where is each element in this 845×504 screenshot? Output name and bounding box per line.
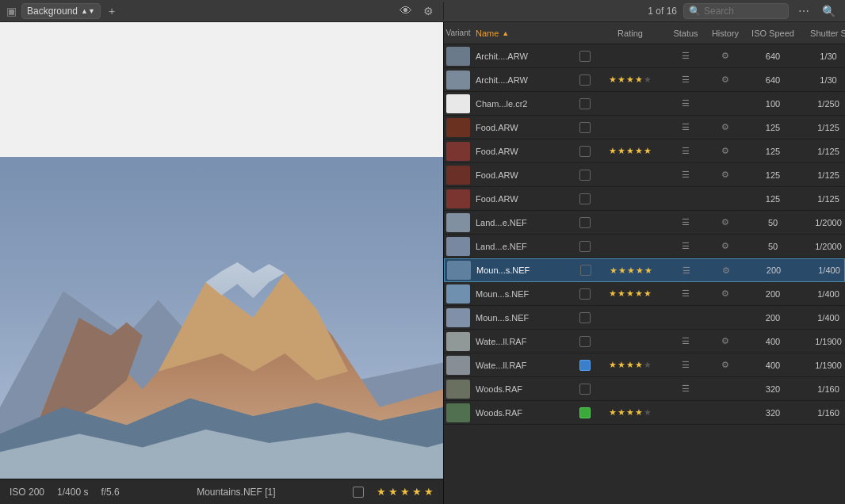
table-row[interactable]: Cham...le.cr2 ☰ 100 1/250: [444, 92, 845, 116]
rating-cell[interactable]: ★★★★★: [595, 288, 666, 299]
table-row[interactable]: Food.ARW ☰ ⚙ 125 1/125: [444, 116, 845, 139]
table-row[interactable]: Moun...s.NEF ★★★★★ ☰ ⚙ 200 1/400: [444, 282, 845, 306]
rating-stars[interactable]: ★★★★★: [595, 407, 666, 418]
thumb-cell: [444, 284, 472, 304]
rating-stars[interactable]: ★★★★★: [595, 146, 666, 156]
background-dropdown[interactable]: Background ▲▼: [21, 3, 101, 19]
rating-stars[interactable]: ★★★★★: [595, 288, 666, 299]
thumb-cell: [444, 356, 472, 375]
background-label: Background: [27, 6, 78, 17]
history-cell: ⚙: [705, 336, 745, 346]
check-cell[interactable]: [575, 146, 595, 157]
col-name-header[interactable]: Name ▲: [472, 29, 575, 38]
color-label[interactable]: [579, 407, 591, 418]
filter-icon[interactable]: 🔍: [819, 3, 839, 19]
thumbnail: [446, 94, 470, 113]
color-label[interactable]: [579, 288, 591, 300]
history-icon: ⚙: [721, 170, 729, 179]
color-label[interactable]: [579, 170, 591, 181]
check-cell[interactable]: [575, 384, 595, 395]
color-label[interactable]: [579, 51, 591, 62]
table-row[interactable]: Food.ARW ☰ ⚙ 125 1/125: [444, 163, 845, 187]
thumbnail: [446, 237, 470, 256]
table-row[interactable]: Wate...ll.RAF ★★★★★ ☰ ⚙ 400 1/1900: [444, 353, 845, 377]
check-cell[interactable]: [575, 122, 595, 133]
table-row[interactable]: Food.ARW 125 1/125: [444, 187, 845, 211]
check-cell[interactable]: [575, 74, 595, 86]
rating-cell[interactable]: ★★★★★: [595, 407, 666, 418]
check-cell[interactable]: [575, 407, 595, 418]
table-row[interactable]: Land...e.NEF ☰ ⚙ 50 1/2000: [444, 211, 845, 235]
history-icon: ⚙: [721, 146, 729, 155]
history-icon: ⚙: [721, 122, 729, 132]
rating-cell[interactable]: ★★★★★: [595, 146, 666, 156]
color-label[interactable]: [579, 146, 591, 157]
add-button[interactable]: +: [105, 3, 118, 19]
adjustments-icon[interactable]: ⚙: [420, 3, 437, 19]
iso-cell: 400: [745, 361, 801, 370]
col-history-header[interactable]: History: [705, 29, 745, 38]
compare-icon[interactable]: 👁: [396, 2, 415, 20]
search-input[interactable]: [704, 6, 783, 17]
status-icon: ☰: [682, 360, 690, 369]
rating-stars[interactable]: ★★★★★: [595, 74, 666, 85]
check-cell[interactable]: [575, 360, 595, 371]
reject-checkbox[interactable]: [353, 487, 364, 498]
color-label[interactable]: [579, 217, 591, 228]
status-cell: ☰: [666, 146, 705, 156]
col-iso-header[interactable]: ISO Speed: [745, 29, 801, 38]
color-label[interactable]: [579, 241, 591, 252]
iso-value: ISO 200: [10, 487, 44, 498]
table-row[interactable]: Woods.RAF ★★★★★ 320 1/160: [444, 401, 845, 425]
check-cell[interactable]: [575, 241, 595, 252]
rating-cell[interactable]: ★★★★★: [595, 74, 666, 85]
filename-text: Wate...ll.RAF: [476, 361, 526, 370]
color-label[interactable]: [579, 336, 591, 347]
history-icon: ⚙: [721, 360, 729, 369]
check-cell[interactable]: [575, 288, 595, 300]
table-row[interactable]: Moun...s.NEF 200 1/400: [444, 306, 845, 330]
rating-stars[interactable]: ★★★★★: [595, 360, 666, 370]
thumbnail: [446, 47, 470, 66]
table-row[interactable]: Moun...s.NEF ★★★★★ ☰ ⚙ 200 1/400: [444, 258, 845, 282]
name-cell: Land...e.NEF: [472, 218, 575, 227]
rating-cell[interactable]: ★★★★★: [595, 265, 667, 276]
rating-cell[interactable]: ★★★★★: [595, 360, 666, 370]
col-rating-header[interactable]: Rating: [595, 29, 666, 38]
col-shutter-header[interactable]: Shutter S: [801, 29, 845, 38]
check-cell[interactable]: [575, 193, 595, 204]
check-cell[interactable]: [575, 170, 595, 181]
check-cell[interactable]: [575, 217, 595, 228]
search-box[interactable]: 🔍: [683, 3, 789, 19]
history-icon: ⚙: [722, 265, 730, 275]
color-label[interactable]: [579, 193, 591, 204]
check-cell[interactable]: [575, 51, 595, 62]
filename-text: Moun...s.NEF: [476, 289, 529, 299]
rating-stars[interactable]: ★★★★★: [595, 265, 667, 276]
color-label[interactable]: [579, 74, 591, 86]
history-cell: ⚙: [705, 241, 745, 251]
check-cell[interactable]: [576, 265, 595, 276]
shutter-value: 1/400 s: [57, 487, 88, 498]
table-row[interactable]: Woods.RAF ☰ 320 1/160: [444, 377, 845, 401]
color-label[interactable]: [579, 360, 591, 371]
check-cell[interactable]: [575, 336, 595, 347]
table-row[interactable]: Food.ARW ★★★★★ ☰ ⚙ 125 1/125: [444, 139, 845, 163]
iso-cell: 100: [745, 99, 801, 109]
more-options-button[interactable]: ⋯: [795, 3, 812, 19]
table-row[interactable]: Archit....ARW ★★★★★ ☰ ⚙ 640 1/30: [444, 68, 845, 92]
rating-stars[interactable]: ★ ★ ★ ★ ★: [377, 486, 434, 498]
shutter-cell: 1/160: [801, 384, 845, 394]
name-cell: Food.ARW: [472, 123, 575, 132]
color-label[interactable]: [579, 122, 591, 133]
color-label[interactable]: [579, 98, 591, 109]
check-cell[interactable]: [575, 98, 595, 109]
col-status-header[interactable]: Status: [666, 29, 705, 38]
table-row[interactable]: Land...e.NEF ☰ ⚙ 50 1/2000: [444, 235, 845, 258]
color-label[interactable]: [580, 265, 591, 276]
check-cell[interactable]: [575, 312, 595, 323]
color-label[interactable]: [579, 312, 591, 323]
color-label[interactable]: [579, 384, 591, 395]
table-row[interactable]: Wate...ll.RAF ☰ ⚙ 400 1/1900: [444, 330, 845, 353]
table-row[interactable]: Archit....ARW ☰ ⚙ 640 1/30: [444, 44, 845, 68]
